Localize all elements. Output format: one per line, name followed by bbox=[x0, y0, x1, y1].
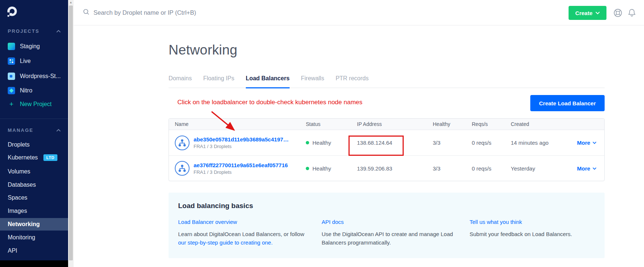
notifications-bell-icon[interactable] bbox=[627, 8, 637, 19]
sidebar-item-nitro[interactable]: Nitro bbox=[0, 84, 68, 97]
basics-text: Use the DigitalOcean API to create and m… bbox=[322, 230, 454, 247]
help-lifering-icon[interactable] bbox=[613, 8, 623, 19]
status-label: Healthy bbox=[312, 165, 331, 172]
page-title: Networking bbox=[169, 42, 605, 58]
more-menu-button[interactable]: More bbox=[577, 165, 604, 172]
sidebar-item-label: Staging bbox=[20, 43, 40, 50]
column-header-reqs: Reqs/s bbox=[472, 121, 511, 127]
basics-column-overview: Load Balancer overview Learn about Digit… bbox=[178, 219, 317, 247]
chevron-up-icon bbox=[56, 127, 61, 133]
sidebar-item-networking[interactable]: Networking bbox=[0, 218, 68, 231]
topbar: Create bbox=[74, 0, 644, 25]
step-by-step-guide-link[interactable]: our step-by-step guide to creating one. bbox=[178, 238, 311, 247]
table-row: ae376ff22770011e9a651e6eaf057716 FRA1 / … bbox=[169, 155, 604, 181]
sidebar-item-databases[interactable]: Databases bbox=[0, 179, 68, 191]
load-balancer-table: Name Status IP Address Healthy Reqs/s Cr… bbox=[169, 118, 605, 181]
tab-floating-ips[interactable]: Floating IPs bbox=[203, 75, 234, 88]
created-value: Yesterday bbox=[511, 165, 577, 172]
sidebar-item-label: Monitoring bbox=[8, 234, 35, 241]
tab-load-balancers[interactable]: Load Balancers bbox=[246, 75, 290, 88]
sidebar-item-label: Wordpress-St... bbox=[20, 73, 61, 80]
load-balancer-region: FRA1 / 3 Droplets bbox=[194, 144, 289, 149]
networking-page: Networking Domains Floating IPs Load Bal… bbox=[169, 25, 605, 258]
sidebar-item-label: Networking bbox=[8, 221, 40, 228]
digitalocean-logo-icon[interactable] bbox=[6, 6, 18, 19]
column-header-ip: IP Address bbox=[357, 121, 433, 127]
tab-bar: Domains Floating IPs Load Balancers Fire… bbox=[169, 75, 605, 88]
sidebar-item-live[interactable]: Live bbox=[0, 55, 68, 67]
new-project-button[interactable]: + New Project bbox=[0, 98, 68, 110]
sidebar-item-monitoring[interactable]: Monitoring bbox=[0, 231, 68, 244]
load-balancer-icon bbox=[175, 136, 190, 150]
tab-firewalls[interactable]: Firewalls bbox=[301, 75, 324, 88]
sidebar-item-droplets[interactable]: Droplets bbox=[0, 138, 68, 151]
sidebar-item-volumes[interactable]: Volumes bbox=[0, 165, 68, 178]
manage-section-header[interactable]: MANAGE bbox=[0, 124, 68, 136]
created-value: 14 minutes ago bbox=[511, 140, 577, 146]
chevron-down-icon bbox=[595, 11, 600, 14]
sidebar-item-staging[interactable]: Staging bbox=[0, 40, 68, 53]
scrollbar-thumb[interactable] bbox=[69, 6, 73, 260]
ltd-badge: LTD bbox=[43, 154, 57, 161]
healthy-count: 3/3 bbox=[433, 165, 472, 172]
chevron-down-icon bbox=[592, 167, 597, 170]
load-balancer-icon bbox=[175, 161, 190, 176]
ip-address-value: 138.68.124.64 bbox=[357, 140, 433, 146]
more-label: More bbox=[577, 165, 590, 172]
chevron-up-icon bbox=[56, 28, 61, 34]
sidebar-item-wordpress[interactable]: Wordpress-St... bbox=[0, 70, 68, 82]
column-header-created: Created bbox=[511, 121, 577, 127]
ip-address-value: 139.59.206.83 bbox=[357, 165, 433, 172]
sidebar-item-label: Spaces bbox=[8, 194, 27, 201]
bottom-black-strip bbox=[0, 260, 68, 267]
tab-ptr-records[interactable]: PTR records bbox=[336, 75, 369, 88]
reqs-value: 0 reqs/s bbox=[472, 165, 511, 172]
tab-domains[interactable]: Domains bbox=[169, 75, 192, 88]
table-row: abe350e05781d11e9b3689a5c4197… FRA1 / 3 … bbox=[169, 130, 604, 155]
create-load-balancer-button[interactable]: Create Load Balancer bbox=[530, 95, 605, 111]
sidebar-item-label: API bbox=[8, 247, 17, 254]
load-balancer-name-link[interactable]: ae376ff22770011e9a651e6eaf057716 bbox=[194, 162, 288, 168]
status-label: Healthy bbox=[312, 140, 331, 146]
more-menu-button[interactable]: More bbox=[577, 140, 604, 146]
sidebar-item-label: Volumes bbox=[8, 168, 30, 175]
sidebar: PROJECTS Staging Live Wordpress-St... Ni… bbox=[0, 0, 68, 267]
search-input[interactable] bbox=[93, 9, 270, 16]
load-balancer-name-link[interactable]: abe350e05781d11e9b3689a5c4197… bbox=[194, 136, 289, 143]
project-wordpress-icon bbox=[8, 73, 15, 80]
more-label: More bbox=[577, 140, 590, 146]
api-docs-link[interactable]: API docs bbox=[322, 219, 344, 225]
new-project-label: New Project bbox=[20, 101, 52, 108]
column-header-status: Status bbox=[306, 121, 357, 127]
load-balancer-overview-link[interactable]: Load Balancer overview bbox=[178, 219, 237, 225]
scrollbar-up-arrow-icon[interactable]: ▲ bbox=[68, 1, 74, 4]
healthy-status-dot bbox=[306, 141, 309, 144]
load-balancer-region: FRA1 / 3 Droplets bbox=[194, 169, 288, 175]
sidebar-item-label: Images bbox=[8, 208, 27, 214]
sidebar-item-api[interactable]: API bbox=[0, 245, 68, 257]
sidebar-item-kubernetes[interactable]: Kubernetes LTD bbox=[0, 151, 68, 164]
sidebar-item-label: Kubernetes bbox=[8, 154, 38, 161]
search-icon bbox=[82, 8, 90, 17]
sidebar-item-spaces[interactable]: Spaces bbox=[0, 192, 68, 204]
column-header-healthy: Healthy bbox=[433, 121, 472, 127]
basics-column-feedback: Tell us what you think Submit your feedb… bbox=[470, 219, 595, 247]
sidebar-scrollbar[interactable]: ▲ bbox=[68, 0, 74, 267]
healthy-count: 3/3 bbox=[433, 140, 472, 146]
sidebar-item-label: Nitro bbox=[20, 87, 32, 94]
sidebar-item-images[interactable]: Images bbox=[0, 205, 68, 217]
project-live-icon bbox=[8, 57, 15, 65]
tell-us-link[interactable]: Tell us what you think bbox=[470, 219, 522, 225]
create-button-label: Create bbox=[575, 10, 592, 16]
load-balancing-basics-panel: Load balancing basics Load Balancer over… bbox=[169, 193, 605, 258]
create-button[interactable]: Create bbox=[569, 6, 606, 20]
sidebar-divider bbox=[0, 119, 68, 119]
basics-text: Learn about DigitalOcean Load Balancers,… bbox=[178, 231, 304, 237]
table-header-row: Name Status IP Address Healthy Reqs/s Cr… bbox=[169, 119, 604, 130]
basics-title: Load balancing basics bbox=[178, 202, 595, 210]
projects-section-header[interactable]: PROJECTS bbox=[0, 25, 68, 37]
healthy-status-dot bbox=[306, 167, 309, 170]
annotation-note: Click on the loadbalancer to double-chec… bbox=[177, 99, 362, 106]
column-header-name: Name bbox=[169, 121, 306, 127]
sidebar-item-label: Droplets bbox=[8, 141, 30, 148]
